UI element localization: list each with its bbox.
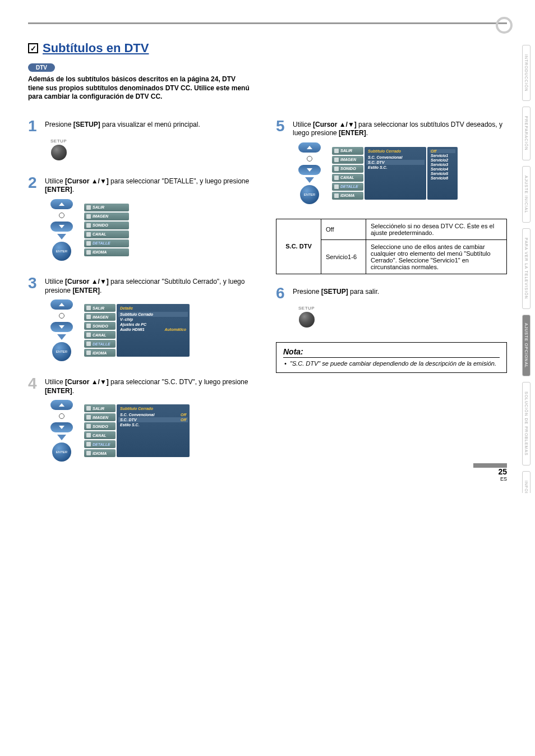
nav-cluster: ENTER bbox=[50, 199, 73, 261]
step-3: 3 Utilice [Cursor ▲/▼] para seleccionar … bbox=[28, 275, 259, 295]
step-1: 1 Presione [SETUP] para visualizar el me… bbox=[28, 118, 259, 134]
enter-button-icon: ENTER bbox=[300, 185, 319, 204]
menu-panel: SALIR IMAGEN SONIDO CANAL DETALLE IDIOMA bbox=[332, 147, 363, 200]
ring-icon bbox=[59, 413, 64, 419]
step-number: 6 bbox=[276, 285, 287, 301]
note-box: Nota: "S.C. DTV" se puede cambiar depend… bbox=[276, 342, 507, 373]
step-number: 3 bbox=[28, 275, 39, 291]
nav-cluster: ENTER bbox=[50, 400, 73, 462]
screen-panel: Subtítulo Cerrado S.C. Convencional S.C.… bbox=[365, 147, 458, 200]
page-number: 25 bbox=[473, 467, 507, 476]
enter-button-icon: ENTER bbox=[52, 442, 71, 462]
side-tab: AJUSTE INICIAL bbox=[522, 166, 531, 223]
chevron-down-icon bbox=[305, 177, 314, 183]
page-lang: ES bbox=[473, 476, 507, 482]
check-icon: ✓ bbox=[28, 43, 38, 53]
step-4-art: ENTER SALIR IMAGEN SONIDO CANAL DETALLE … bbox=[50, 400, 259, 462]
step-text: Utilice [Cursor ▲/▼] para seleccionar "S… bbox=[45, 376, 259, 395]
nav-cluster: ENTER bbox=[50, 299, 73, 361]
left-column: 1 Presione [SETUP] para visualizar el me… bbox=[28, 118, 259, 477]
section-title: ✓ Subtítulos en DTV bbox=[28, 41, 507, 56]
up-button-icon bbox=[50, 199, 73, 209]
setup-label: SETUP bbox=[50, 139, 67, 144]
setup-button-art: SETUP bbox=[298, 306, 315, 328]
up-button-icon bbox=[50, 400, 73, 410]
step-text: Utilice [Cursor ▲/▼] para seleccionar lo… bbox=[293, 118, 507, 138]
menu-item: IDIOMA bbox=[84, 248, 129, 256]
menu-panel: SALIR IMAGEN SONIDO CANAL DETALLE IDIOMA bbox=[84, 204, 129, 256]
note-title: Nota: bbox=[283, 347, 500, 358]
chevron-down-icon bbox=[57, 435, 66, 440]
step-text: Utilice [Cursor ▲/▼] para seleccionar "D… bbox=[45, 175, 259, 195]
down-button-icon bbox=[50, 422, 73, 432]
setup-circle-icon bbox=[51, 145, 67, 160]
up-button-icon bbox=[50, 299, 73, 310]
step-number: 5 bbox=[276, 118, 287, 134]
step-5: 5 Utilice [Cursor ▲/▼] para seleccionar … bbox=[276, 118, 507, 138]
step-2-art: ENTER SALIR IMAGEN SONIDO CANAL DETALLE … bbox=[50, 199, 259, 261]
step-number: 1 bbox=[28, 118, 39, 134]
setup-circle-icon bbox=[299, 312, 315, 328]
side-tab: PARA VER LA TELEVISIÓN bbox=[522, 228, 531, 309]
enter-button-icon: ENTER bbox=[52, 242, 71, 261]
title-text: Subtítulos en DTV bbox=[43, 41, 149, 56]
side-tab: SOLUCIÓN DE PROBLEMAS bbox=[522, 382, 531, 465]
table-desc: Selecciónelo si no desea DTV CC. Éste es… bbox=[366, 219, 507, 239]
step-text: Utilice [Cursor ▲/▼] para seleccionar "S… bbox=[45, 275, 259, 295]
side-tab: INTRODUCCIÓN bbox=[522, 45, 531, 101]
menu-item: SONIDO bbox=[84, 222, 129, 229]
step-2: 2 Utilice [Cursor ▲/▼] para seleccionar … bbox=[28, 175, 259, 195]
table-value: Servicio1-6 bbox=[321, 239, 366, 274]
columns: 1 Presione [SETUP] para visualizar el me… bbox=[28, 118, 507, 477]
setup-label: SETUP bbox=[298, 306, 315, 311]
side-tab-active: AJUSTE OPCIONAL bbox=[522, 315, 531, 376]
menu-item: SALIR bbox=[84, 204, 129, 211]
screen-panel: Subtítulo Cerrado S.C. ConvencionalOff S… bbox=[117, 404, 190, 457]
table-desc: Seleccione uno de ellos antes de cambiar… bbox=[366, 239, 507, 274]
menu-item: CANAL bbox=[84, 231, 129, 238]
intro-text: Además de los subtítulos básicos descrit… bbox=[28, 75, 252, 102]
page-footer: 25 ES bbox=[473, 463, 507, 482]
top-rule bbox=[28, 22, 507, 24]
step-3-art: ENTER SALIR IMAGEN SONIDO CANAL DETALLE … bbox=[50, 299, 259, 361]
table-value: Off bbox=[321, 219, 366, 239]
down-button-icon bbox=[298, 165, 321, 175]
nav-cluster: ENTER bbox=[298, 142, 321, 204]
ring-icon bbox=[307, 156, 312, 162]
down-button-icon bbox=[50, 222, 73, 232]
side-tabs: INTRODUCCIÓN PREPARACIÓN AJUSTE INICIAL … bbox=[522, 45, 531, 493]
chevron-down-icon bbox=[57, 334, 66, 340]
step-text: Presione [SETUP] para salir. bbox=[293, 285, 379, 297]
up-button-icon bbox=[298, 142, 321, 153]
step-1-art: SETUP bbox=[50, 139, 259, 160]
menu-panel: SALIR IMAGEN SONIDO CANAL DETALLE IDIOMA bbox=[84, 404, 116, 457]
side-tab: INFORMACIÓN bbox=[522, 471, 531, 494]
step-5-art: ENTER SALIR IMAGEN SONIDO CANAL DETALLE … bbox=[298, 142, 507, 204]
table-header: S.C. DTV bbox=[276, 219, 321, 274]
side-tab: PREPARACIÓN bbox=[522, 107, 531, 160]
dtv-badge: DTV bbox=[28, 63, 55, 72]
down-button-icon bbox=[50, 322, 73, 332]
enter-button-icon: ENTER bbox=[52, 342, 71, 361]
screen-panel: Detalle Subtítulo Cerrado V–chip Ajustes… bbox=[117, 304, 190, 357]
step-6: 6 Presione [SETUP] para salir. bbox=[276, 285, 507, 301]
menu-panel: SALIR IMAGEN SONIDO CANAL DETALLE IDIOMA bbox=[84, 304, 116, 357]
note-text: "S.C. DTV" se puede cambiar dependiendo … bbox=[283, 360, 500, 367]
step-number: 4 bbox=[28, 376, 39, 391]
ring-icon bbox=[59, 213, 64, 218]
step-text: Presione [SETUP] para visualizar el menú… bbox=[45, 118, 200, 130]
right-column: 5 Utilice [Cursor ▲/▼] para seleccionar … bbox=[276, 118, 507, 477]
step-4: 4 Utilice [Cursor ▲/▼] para seleccionar … bbox=[28, 376, 259, 395]
menu-item-detalle: DETALLE bbox=[84, 239, 129, 247]
chevron-down-icon bbox=[57, 234, 66, 239]
setup-button-art: SETUP bbox=[50, 139, 67, 160]
ring-icon bbox=[59, 313, 64, 319]
description-table: S.C. DTV Off Selecciónelo si no desea DT… bbox=[276, 219, 507, 274]
step-number: 2 bbox=[28, 175, 39, 191]
step-6-art: SETUP bbox=[298, 306, 507, 328]
menu-item: IMAGEN bbox=[84, 213, 129, 220]
